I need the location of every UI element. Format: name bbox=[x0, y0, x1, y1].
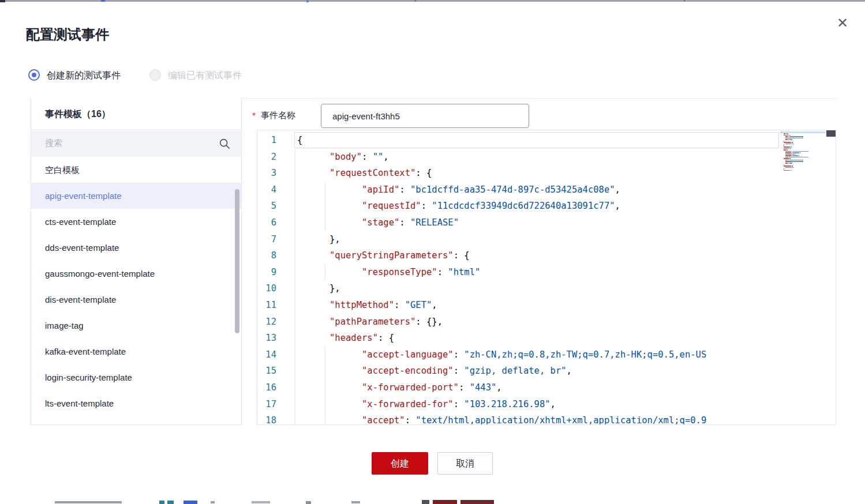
template-item-kafka-event-template[interactable]: kafka-event-template bbox=[31, 338, 241, 364]
code-line-14[interactable]: 14 "accept-language": "zh-CN,zh;q=0.8,zh… bbox=[257, 347, 778, 363]
event-name-input[interactable] bbox=[321, 104, 529, 128]
template-item-login-security-template[interactable]: login-security-template bbox=[31, 364, 241, 390]
code-line-3[interactable]: 3 "requestContext": { bbox=[257, 165, 778, 182]
required-mark: * bbox=[252, 111, 256, 122]
background-artifact bbox=[184, 501, 197, 504]
minimap-line bbox=[780, 170, 826, 171]
template-item-apig-event-template[interactable]: apig-event-template bbox=[31, 183, 241, 209]
test-event-mode-radios: 创建新的测试事件 编辑已有测试事件 bbox=[28, 69, 375, 82]
event-name-label: 事件名称 bbox=[261, 110, 295, 121]
background-artifact bbox=[55, 501, 122, 503]
code-line-2[interactable]: 2 "body": "", bbox=[257, 149, 778, 166]
indent-guide bbox=[325, 396, 325, 413]
code-line-4[interactable]: 4 "apiId": "bc1dcffd-aa35-474d-897c-d534… bbox=[257, 182, 778, 198]
code-line-8[interactable]: 8 "queryStringParameters": { bbox=[257, 247, 778, 264]
code-area[interactable]: 1{2 "body": "",3 "requestContext": {4 "a… bbox=[257, 132, 778, 425]
indent-guide bbox=[295, 231, 295, 248]
code-line-6[interactable]: 6 "stage": "RELEASE" bbox=[257, 215, 778, 231]
indent-guide bbox=[325, 363, 325, 379]
template-item--[interactable]: 空白模板 bbox=[31, 157, 241, 183]
indent-guide bbox=[295, 198, 295, 215]
indent-guide bbox=[295, 330, 295, 347]
cancel-button[interactable]: 取消 bbox=[437, 452, 493, 475]
background-artifact bbox=[422, 500, 429, 504]
line-number: 18 bbox=[257, 412, 297, 425]
editor-vertical-scrollbar[interactable] bbox=[826, 130, 836, 137]
code-line-11[interactable]: 11 "httpMethod": "GET", bbox=[257, 297, 778, 314]
background-artifact bbox=[0, 0, 5, 2]
code-line-15[interactable]: 15 "accept-encoding": "gzip, deflate, br… bbox=[257, 363, 778, 379]
create-button[interactable]: 创建 bbox=[372, 452, 428, 475]
background-artifact bbox=[159, 501, 164, 504]
background-artifact bbox=[684, 0, 686, 2]
line-number: 8 bbox=[257, 247, 297, 264]
line-number: 14 bbox=[257, 347, 297, 363]
background-artifact bbox=[101, 0, 105, 2]
code-line-5[interactable]: 5 "requestId": "11cdcdcf33949dc6d722640a… bbox=[257, 198, 778, 215]
code-line-9[interactable]: 9 "responseType": "html" bbox=[257, 264, 778, 281]
line-number: 6 bbox=[257, 215, 297, 231]
indent-guide bbox=[295, 412, 295, 425]
code-line-13[interactable]: 13 "headers": { bbox=[257, 330, 778, 347]
line-number: 1 bbox=[257, 132, 297, 149]
indent-guide bbox=[325, 264, 325, 281]
line-number: 12 bbox=[257, 314, 297, 330]
template-panel-header: 事件模板（16） bbox=[31, 98, 241, 130]
radio-edit-existing-label: 编辑已有测试事件 bbox=[168, 69, 242, 82]
template-item-lts-event-template[interactable]: lts-event-template bbox=[31, 390, 241, 416]
code-line-10[interactable]: 10 }, bbox=[257, 280, 778, 297]
indent-guide bbox=[295, 297, 295, 314]
indent-guide bbox=[295, 363, 295, 379]
indent-guide bbox=[325, 412, 325, 425]
indent-guide bbox=[325, 182, 325, 198]
indent-guide bbox=[295, 247, 295, 264]
indent-guide bbox=[295, 280, 295, 297]
code-line-16[interactable]: 16 "x-forwarded-port": "443", bbox=[257, 379, 778, 396]
line-number: 13 bbox=[257, 330, 297, 347]
line-number: 15 bbox=[257, 363, 297, 379]
code-line-12[interactable]: 12 "pathParameters": {}, bbox=[257, 314, 778, 330]
indent-guide bbox=[295, 396, 295, 413]
template-item-dis-event-template[interactable]: dis-event-template bbox=[31, 287, 241, 313]
line-number: 3 bbox=[257, 165, 297, 182]
line-number: 7 bbox=[257, 231, 297, 248]
template-item-gaussmongo-event-template[interactable]: gaussmongo-event-template bbox=[31, 261, 241, 287]
template-item-dds-event-template[interactable]: dds-event-template bbox=[31, 235, 241, 261]
code-line-17[interactable]: 17 "x-forwarded-for": "103.218.216.98", bbox=[257, 396, 778, 413]
indent-guide bbox=[325, 215, 325, 231]
line-number: 11 bbox=[257, 297, 297, 314]
template-search[interactable]: 搜索 bbox=[31, 130, 241, 157]
indent-guide bbox=[295, 149, 295, 166]
background-artifact bbox=[351, 501, 360, 503]
radio-edit-existing-test-event bbox=[149, 69, 161, 81]
code-line-18[interactable]: 18 "accept": "text/html,application/xhtm… bbox=[257, 412, 778, 425]
background-page-top-edge bbox=[0, 0, 865, 2]
background-artifact bbox=[306, 0, 309, 2]
radio-create-new-label[interactable]: 创建新的测试事件 bbox=[47, 69, 121, 82]
indent-guide bbox=[325, 198, 325, 215]
template-list-scrollbar[interactable] bbox=[235, 189, 239, 333]
event-template-panel: 事件模板（16） 搜索 空白模板apig-event-templatects-e… bbox=[31, 98, 242, 425]
indent-guide bbox=[295, 347, 295, 363]
line-number: 9 bbox=[257, 264, 297, 281]
template-panel-title: 事件模板（16） bbox=[45, 108, 111, 121]
background-artifact bbox=[414, 0, 416, 2]
search-icon[interactable] bbox=[218, 137, 231, 150]
code-line-1[interactable]: 1{ bbox=[257, 132, 778, 149]
radio-create-new-test-event[interactable] bbox=[28, 69, 40, 81]
code-line-7[interactable]: 7 }, bbox=[257, 231, 778, 248]
background-artifact bbox=[252, 501, 270, 503]
line-number: 4 bbox=[257, 182, 297, 198]
background-artifact bbox=[211, 501, 215, 503]
json-code-editor[interactable]: 1{2 "body": "",3 "requestContext": {4 "a… bbox=[257, 130, 836, 425]
search-placeholder: 搜索 bbox=[45, 138, 62, 149]
editor-minimap[interactable] bbox=[780, 131, 826, 183]
indent-guide bbox=[295, 264, 295, 281]
template-item-cts-event-template[interactable]: cts-event-template bbox=[31, 209, 241, 235]
indent-guide bbox=[295, 379, 295, 396]
indent-guide bbox=[295, 314, 295, 330]
indent-guide bbox=[295, 165, 295, 182]
close-icon[interactable]: ✕ bbox=[834, 15, 851, 31]
template-item-image-tag[interactable]: image-tag bbox=[31, 313, 241, 338]
line-number: 10 bbox=[257, 280, 297, 297]
